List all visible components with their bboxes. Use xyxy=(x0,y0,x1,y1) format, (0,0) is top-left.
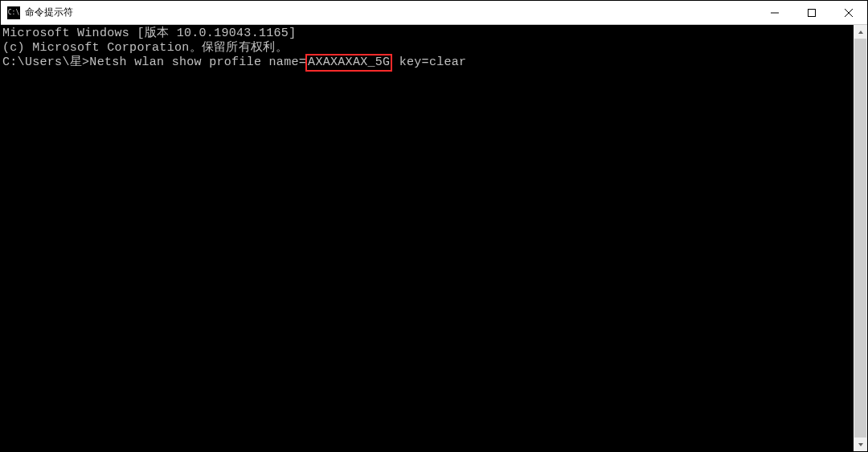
vertical-scrollbar[interactable] xyxy=(854,25,867,451)
command-text: key=clear xyxy=(391,55,466,69)
chevron-down-icon xyxy=(858,442,864,448)
maximize-icon xyxy=(808,9,816,17)
highlighted-profile-name: AXAXAXAX_5G xyxy=(305,54,392,72)
window-controls xyxy=(756,1,867,24)
app-icon-label: C:\ xyxy=(8,10,19,16)
command-prompt-window: C:\ 命令提示符 Microsoft Windows [版本 10.0.190… xyxy=(0,0,868,452)
maximize-button[interactable] xyxy=(793,1,830,24)
chevron-up-icon xyxy=(858,29,864,35)
terminal-output[interactable]: Microsoft Windows [版本 10.0.19043.1165](c… xyxy=(1,25,854,451)
text-run: 10.0.19043.1165 xyxy=(177,27,289,40)
svg-marker-4 xyxy=(858,31,863,34)
minimize-icon xyxy=(771,9,779,17)
text-run: ] xyxy=(289,27,296,40)
svg-marker-5 xyxy=(858,443,863,446)
scroll-down-button[interactable] xyxy=(854,438,867,451)
command-text: Netsh wlan show profile name= xyxy=(89,55,306,69)
close-icon xyxy=(845,9,853,17)
terminal-line: (c) Microsoft Corporation。保留所有权利。 xyxy=(2,41,852,55)
command-prompt-icon: C:\ xyxy=(7,6,20,19)
titlebar-left: C:\ 命令提示符 xyxy=(1,6,756,19)
prompt-text: C:\Users\星> xyxy=(2,55,89,69)
terminal-line: Microsoft Windows [版本 10.0.19043.1165] xyxy=(2,27,852,41)
minimize-button[interactable] xyxy=(756,1,793,24)
terminal-command-line: C:\Users\星>Netsh wlan show profile name=… xyxy=(2,55,852,70)
titlebar[interactable]: C:\ 命令提示符 xyxy=(1,1,867,25)
scroll-up-button[interactable] xyxy=(854,25,867,39)
text-run: Microsoft Windows [版本 xyxy=(2,27,177,40)
window-title: 命令提示符 xyxy=(25,6,73,19)
close-button[interactable] xyxy=(830,1,867,24)
client-area: Microsoft Windows [版本 10.0.19043.1165](c… xyxy=(1,25,867,451)
scroll-thumb[interactable] xyxy=(854,39,866,438)
svg-rect-1 xyxy=(809,9,816,16)
